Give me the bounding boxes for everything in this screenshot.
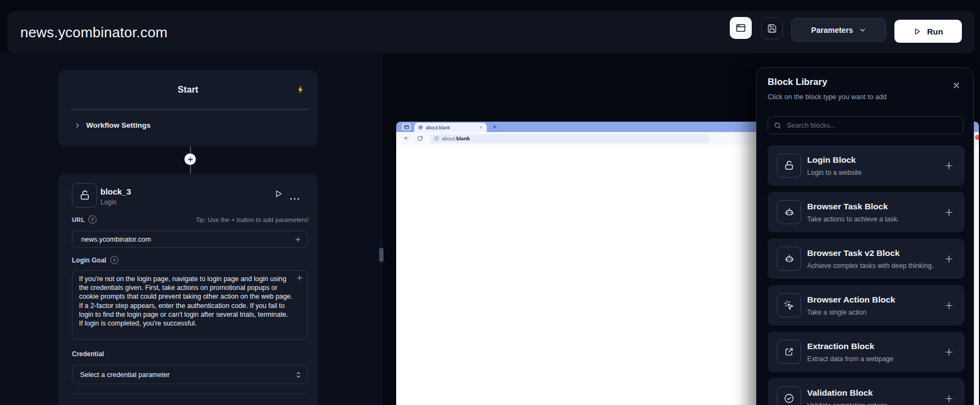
robot-icon	[777, 247, 801, 271]
add-block-icon[interactable]	[944, 161, 954, 171]
tab-close-icon[interactable]	[479, 126, 483, 129]
save-icon	[767, 24, 777, 33]
close-icon[interactable]	[952, 81, 961, 90]
login-goal-textarea[interactable]: If you're not on the login page, navigat…	[72, 270, 308, 340]
tab-panel-icon[interactable]	[402, 123, 411, 130]
cursor-click-icon	[777, 293, 801, 317]
item-title: Login Block	[807, 155, 861, 166]
run-block-button[interactable]	[274, 189, 283, 199]
panel-divider	[381, 53, 382, 405]
login-block-card[interactable]: block_3 Login URL ? Tip: Use the + butto…	[58, 174, 318, 405]
unlock-icon	[72, 183, 97, 208]
block-library-list: Login BlockLogin to a website Browser Ta…	[768, 145, 965, 405]
block-library-panel: Block Library Click on the block type yo…	[756, 67, 974, 405]
chevron-right-icon	[74, 122, 81, 129]
help-icon[interactable]: ?	[88, 215, 97, 224]
extension-dot-icon[interactable]	[975, 135, 979, 140]
workflow-settings-label: Workflow Settings	[86, 121, 151, 129]
library-item-login-block[interactable]: Login BlockLogin to a website	[768, 145, 965, 186]
browser-preview-toggle-button[interactable]	[730, 17, 752, 39]
credential-label: Credential	[72, 350, 104, 358]
add-block-icon[interactable]	[944, 393, 954, 404]
new-tab-icon[interactable]	[492, 124, 498, 130]
export-icon	[777, 340, 801, 364]
item-description: Achieve complex tasks with deep thinking…	[807, 261, 933, 270]
block-menu-button[interactable]	[289, 197, 300, 201]
block-library-subtitle: Click on the block type you want to add	[768, 93, 887, 101]
library-item-extraction-block[interactable]: Extraction BlockExtract data from a webp…	[768, 332, 965, 372]
url-tip-text: Tip: Use the + button to add parameters!	[196, 216, 309, 223]
block-card-divider	[72, 393, 308, 394]
lightning-icon	[296, 85, 305, 94]
parameters-button-label: Parameters	[811, 26, 853, 35]
search-box	[768, 116, 964, 134]
add-block-connector-button[interactable]	[184, 153, 196, 165]
reload-icon[interactable]	[417, 135, 423, 141]
item-title: Browser Task v2 Block	[807, 248, 933, 259]
robot-icon	[777, 200, 801, 224]
url-input[interactable]	[80, 235, 294, 244]
add-block-icon[interactable]	[944, 347, 954, 357]
item-title: Browser Action Block	[807, 294, 895, 305]
library-item-browser-task-v2-block[interactable]: Browser Task v2 BlockAchieve complex tas…	[768, 238, 965, 279]
start-node-card[interactable]: Start Workflow Settings	[58, 70, 318, 146]
item-title: Validation Block	[807, 387, 888, 398]
item-description: Take a single action	[807, 308, 895, 317]
block-type-label: Login	[100, 198, 116, 206]
credential-select[interactable]: Select a credential parameter	[72, 365, 308, 384]
address-text: about:blank	[442, 135, 470, 141]
item-description: Take actions to achieve a task.	[807, 215, 899, 224]
run-button-label: Run	[927, 27, 943, 36]
start-node-title: Start	[58, 84, 318, 95]
panel-resize-handle[interactable]	[379, 248, 384, 262]
save-button[interactable]	[761, 18, 783, 39]
item-title: Browser Task Block	[807, 201, 899, 212]
play-icon	[913, 27, 921, 36]
help-icon[interactable]: ?	[110, 256, 119, 264]
unlock-icon	[777, 153, 801, 178]
add-block-icon[interactable]	[944, 207, 954, 218]
tab-title: about:blank	[426, 125, 450, 130]
chevron-down-icon	[859, 26, 866, 34]
url-input-wrapper	[72, 231, 308, 248]
item-title: Extraction Block	[807, 341, 893, 352]
circle-check-icon	[777, 386, 801, 405]
add-block-icon[interactable]	[944, 300, 954, 311]
add-parameter-icon[interactable]	[294, 236, 302, 243]
item-description: Login to a website	[807, 168, 861, 177]
browser-window-icon	[735, 22, 746, 33]
item-description: Extract data from a webpage	[807, 355, 893, 363]
globe-icon	[418, 125, 423, 130]
workflow-settings-toggle[interactable]: Workflow Settings	[74, 121, 151, 129]
library-item-browser-task-block[interactable]: Browser Task BlockTake actions to achiev…	[768, 192, 965, 232]
library-item-browser-action-block[interactable]: Browser Action BlockTake a single action	[768, 285, 965, 326]
search-input[interactable]	[786, 121, 958, 130]
workflow-builder-app: about:blank about:blank	[0, 0, 980, 405]
search-icon	[774, 122, 781, 129]
parameters-button[interactable]: Parameters	[791, 18, 886, 42]
address-bar[interactable]: about:blank	[430, 134, 709, 143]
select-chevrons-icon	[295, 371, 302, 379]
url-label: URL	[72, 216, 85, 223]
workflow-title: news.ycombinator.com	[20, 24, 167, 41]
item-description: Validate completion criteria	[807, 401, 888, 405]
back-arrow-icon[interactable]	[403, 135, 410, 141]
add-block-icon[interactable]	[944, 254, 954, 264]
run-button[interactable]: Run	[894, 20, 962, 43]
block-library-title: Block Library	[768, 77, 827, 88]
library-item-validation-block[interactable]: Validation BlockValidate completion crit…	[768, 378, 965, 405]
credential-select-value: Select a credential parameter	[80, 371, 170, 379]
add-parameter-icon[interactable]	[296, 274, 303, 282]
block-name: block_3	[100, 187, 131, 196]
browser-tab[interactable]: about:blank	[414, 123, 487, 132]
start-card-divider	[71, 109, 309, 110]
login-goal-label: Login Goal	[72, 256, 106, 264]
info-icon[interactable]	[434, 136, 439, 141]
